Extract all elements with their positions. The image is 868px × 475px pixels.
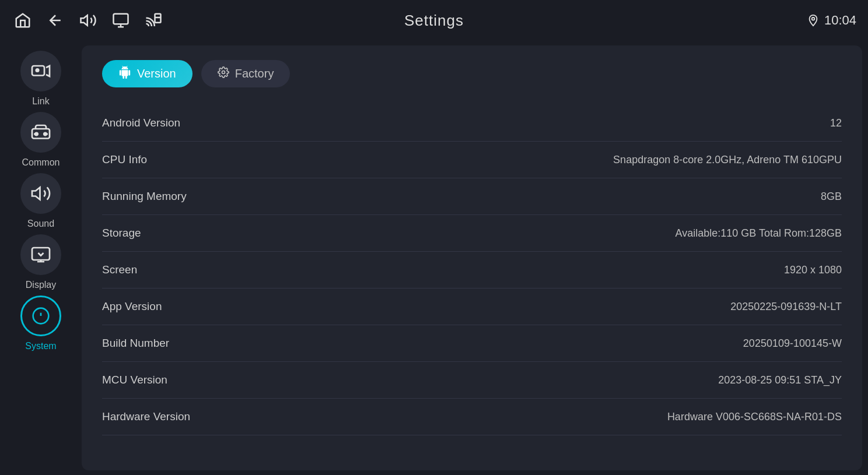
svg-point-5: [36, 69, 39, 72]
topbar-right: 10:04: [807, 13, 856, 28]
info-row: MCU Version2023-08-25 09:51 STA_JY: [102, 362, 842, 399]
sidebar-sound-label: Sound: [27, 219, 54, 229]
sidebar-display-label: Display: [26, 280, 56, 290]
common-icon-circle: [20, 112, 61, 153]
info-row: Screen1920 x 1080: [102, 252, 842, 288]
tabs: Version Factory: [102, 60, 842, 87]
info-row: StorageAvailable:110 GB Total Rom:128GB: [102, 215, 842, 252]
svg-rect-10: [32, 248, 50, 260]
info-label: Storage: [102, 227, 141, 240]
svg-point-14: [222, 71, 225, 74]
android-icon: [118, 66, 131, 82]
main-layout: Link Common So: [0, 41, 868, 475]
info-row: Hardware VersionHardware V006-SC668S-NA-…: [102, 399, 842, 435]
info-value: Available:110 GB Total Rom:128GB: [675, 227, 842, 240]
sidebar-link-label: Link: [32, 96, 49, 107]
info-value: 12: [830, 117, 842, 129]
info-label: CPU Info: [102, 153, 147, 166]
info-value: Snapdragon 8-core 2.0GHz, Adreno TM 610G…: [613, 154, 842, 166]
info-value: 20250225-091639-N-LT: [730, 301, 842, 313]
sidebar-item-link[interactable]: Link: [9, 50, 73, 108]
info-row: Android Version12: [102, 105, 842, 142]
info-value: Hardware V006-SC668S-NA-R01-DS: [667, 411, 842, 423]
location-icon: [807, 14, 820, 27]
tab-version[interactable]: Version: [102, 60, 192, 87]
svg-rect-1: [114, 14, 128, 24]
volume-icon[interactable]: [77, 9, 99, 31]
info-label: MCU Version: [102, 374, 167, 386]
info-value: 8GB: [821, 191, 842, 203]
tab-factory-label: Factory: [235, 67, 274, 80]
screen-icon[interactable]: [110, 9, 132, 31]
page-title: Settings: [404, 12, 464, 30]
link-icon-circle: [20, 51, 61, 92]
tab-factory[interactable]: Factory: [201, 60, 290, 87]
topbar: Settings 10:04: [0, 0, 868, 41]
info-value: 1920 x 1080: [784, 264, 842, 276]
cast-icon[interactable]: [142, 9, 164, 31]
info-value: 2023-08-25 09:51 STA_JY: [718, 374, 842, 386]
info-label: Hardware Version: [102, 410, 190, 423]
sidebar-item-system[interactable]: System: [9, 294, 73, 353]
content-area: Version Factory Android Version12CPU Inf…: [82, 45, 862, 470]
info-row: App Version20250225-091639-N-LT: [102, 288, 842, 325]
clock: 10:04: [824, 13, 856, 28]
settings-icon: [218, 66, 229, 81]
info-row: Running Memory8GB: [102, 178, 842, 215]
back-icon[interactable]: [44, 9, 66, 31]
info-rows-container: Android Version12CPU InfoSnapdragon 8-co…: [102, 105, 842, 435]
display-icon-circle: [20, 234, 61, 275]
system-icon-circle: [20, 295, 61, 336]
svg-marker-0: [81, 15, 88, 26]
info-label: Android Version: [102, 117, 180, 129]
info-row: CPU InfoSnapdragon 8-core 2.0GHz, Adreno…: [102, 142, 842, 178]
home-icon[interactable]: [12, 9, 34, 31]
info-label: Running Memory: [102, 190, 187, 203]
sidebar-system-label: System: [25, 341, 56, 351]
info-value: 20250109-100145-W: [743, 337, 842, 350]
info-label: Screen: [102, 263, 137, 276]
info-label: App Version: [102, 300, 162, 313]
info-row: Build Number20250109-100145-W: [102, 325, 842, 362]
svg-point-3: [812, 17, 815, 20]
info-label: Build Number: [102, 337, 169, 350]
sidebar-common-label: Common: [22, 157, 60, 168]
tab-version-label: Version: [137, 67, 176, 80]
sound-icon-circle: [20, 173, 61, 214]
sidebar: Link Common So: [0, 41, 82, 475]
sidebar-item-display[interactable]: Display: [9, 233, 73, 291]
sidebar-item-sound[interactable]: Sound: [9, 172, 73, 230]
sidebar-item-common[interactable]: Common: [9, 111, 73, 169]
topbar-nav-icons: [12, 9, 164, 31]
svg-marker-9: [32, 188, 40, 200]
